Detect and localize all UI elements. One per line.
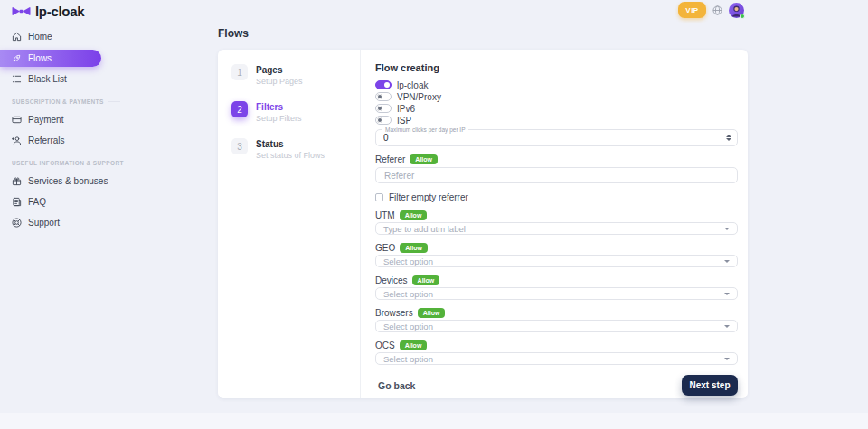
browsers-label: Browsers bbox=[375, 308, 413, 318]
ocs-label: OCS bbox=[375, 340, 395, 350]
referer-input[interactable] bbox=[375, 167, 738, 183]
chevron-down-icon bbox=[724, 325, 730, 328]
sidebar-item-black-list[interactable]: Black List bbox=[0, 71, 101, 87]
browsers-allow-badge[interactable]: Allow bbox=[418, 308, 446, 318]
gift-icon bbox=[12, 176, 22, 186]
ocs-allow-badge[interactable]: Allow bbox=[400, 340, 428, 350]
filter-empty-referrer-label: Filter empty referrer bbox=[389, 192, 468, 202]
devices-label: Devices bbox=[375, 275, 408, 285]
app-header: lp-cloak VIP bbox=[0, 0, 868, 23]
lifebuoy-icon bbox=[12, 218, 22, 228]
home-icon bbox=[12, 32, 22, 42]
utm-label: UTM bbox=[375, 210, 395, 220]
max-clicks-label: Maximum clicks per day per IP bbox=[382, 126, 468, 133]
list-icon bbox=[12, 74, 22, 84]
geo-label: GEO bbox=[375, 243, 395, 253]
faq-document-icon bbox=[12, 197, 22, 207]
sidebar-item-support[interactable]: Support bbox=[0, 215, 101, 230]
sidebar-item-payment[interactable]: Payment bbox=[0, 112, 101, 127]
ocs-select[interactable]: Select option bbox=[375, 352, 738, 365]
browsers-label-row: Browsers Allow bbox=[375, 308, 738, 317]
section-useful-information: USEFUL INFORMATION & SUPPORT bbox=[0, 160, 101, 166]
sidebar-item-home[interactable]: Home bbox=[0, 29, 101, 44]
next-step-button[interactable]: Next step bbox=[682, 375, 738, 396]
page-title: Flows bbox=[218, 27, 748, 40]
step-status[interactable]: 3 Status Set status of Flows bbox=[231, 138, 360, 160]
ocs-label-row: OCS Allow bbox=[375, 340, 738, 350]
main-content: Flows 1 Pages Setup Pages 2 Filters Setu… bbox=[218, 27, 748, 398]
vpn-proxy-toggle[interactable] bbox=[375, 92, 392, 101]
ipv6-toggle[interactable] bbox=[375, 104, 392, 113]
logo: lp-cloak bbox=[12, 4, 84, 19]
filter-empty-referrer-checkbox[interactable] bbox=[375, 193, 383, 201]
step-subtitle: Setup Filters bbox=[256, 114, 302, 123]
referer-label-row: Referer Allow bbox=[375, 154, 738, 163]
toggle-row-ipv6: IPv6 bbox=[375, 104, 738, 113]
online-status-dot bbox=[740, 14, 745, 19]
geo-allow-badge[interactable]: Allow bbox=[400, 243, 428, 253]
chevron-down-icon bbox=[724, 260, 730, 263]
step-title: Filters bbox=[256, 101, 302, 112]
max-clicks-input[interactable] bbox=[376, 133, 724, 143]
filter-empty-referrer-row[interactable]: Filter empty referrer bbox=[375, 192, 738, 202]
devices-select[interactable]: Select option bbox=[375, 287, 738, 300]
toggle-group: lp-cloak VPN/Proxy IPv6 ISP bbox=[375, 80, 738, 125]
logo-text: lp-cloak bbox=[35, 4, 84, 19]
chevron-down-icon bbox=[724, 228, 730, 230]
avatar[interactable] bbox=[729, 3, 744, 18]
sidebar-item-flows[interactable]: Flows bbox=[0, 50, 101, 67]
header-actions: VIP bbox=[678, 2, 744, 18]
step-title: Pages bbox=[256, 64, 303, 75]
flow-creation-card: 1 Pages Setup Pages 2 Filters Setup Filt… bbox=[218, 50, 748, 398]
utm-label-row: UTM Allow bbox=[375, 210, 738, 219]
vip-button[interactable]: VIP bbox=[678, 2, 706, 18]
utm-allow-badge[interactable]: Allow bbox=[400, 210, 428, 220]
steps-panel: 1 Pages Setup Pages 2 Filters Setup Filt… bbox=[218, 50, 361, 398]
toggle-row-isp: ISP bbox=[375, 116, 738, 125]
devices-allow-badge[interactable]: Allow bbox=[412, 275, 440, 285]
browsers-select[interactable]: Select option bbox=[375, 320, 738, 332]
credit-card-icon bbox=[12, 115, 22, 125]
form-title: Flow creating bbox=[375, 62, 738, 73]
referer-label: Referer bbox=[375, 154, 405, 164]
referral-user-icon bbox=[12, 135, 22, 145]
step-subtitle: Set status of Flows bbox=[256, 151, 325, 160]
toggle-row-lp-cloak: lp-cloak bbox=[375, 80, 738, 89]
number-stepper[interactable] bbox=[724, 135, 737, 141]
geo-select[interactable]: Select option bbox=[375, 255, 738, 267]
toggle-row-vpn-proxy: VPN/Proxy bbox=[375, 92, 738, 101]
step-subtitle: Setup Pages bbox=[256, 77, 303, 86]
sidebar: Home Flows Black List SUBSCRIPTION & PAY… bbox=[0, 29, 101, 236]
utm-select[interactable]: Type to add utm label bbox=[375, 222, 738, 235]
step-number: 2 bbox=[231, 101, 248, 117]
section-divider bbox=[108, 101, 120, 102]
step-pages[interactable]: 1 Pages Setup Pages bbox=[231, 64, 360, 86]
chevron-down-icon bbox=[724, 358, 730, 360]
go-back-button[interactable]: Go back bbox=[375, 380, 415, 391]
footer-strip bbox=[0, 413, 868, 429]
geo-label-row: GEO Allow bbox=[375, 243, 738, 252]
lp-cloak-toggle[interactable] bbox=[375, 80, 392, 89]
step-number: 3 bbox=[231, 138, 248, 154]
step-filters[interactable]: 2 Filters Setup Filters bbox=[231, 101, 360, 123]
logo-mask-icon bbox=[12, 5, 31, 17]
language-globe-icon[interactable] bbox=[712, 5, 722, 15]
sidebar-item-referrals[interactable]: Referrals bbox=[0, 133, 101, 148]
step-title: Status bbox=[256, 138, 325, 149]
referer-allow-badge[interactable]: Allow bbox=[410, 154, 438, 164]
max-clicks-field: Maximum clicks per day per IP bbox=[375, 129, 738, 146]
section-divider bbox=[127, 163, 140, 163]
sidebar-item-faq[interactable]: FAQ bbox=[0, 194, 101, 210]
step-number: 1 bbox=[231, 64, 248, 80]
devices-label-row: Devices Allow bbox=[375, 275, 738, 284]
isp-toggle[interactable] bbox=[375, 116, 392, 125]
filters-form: Flow creating lp-cloak VPN/Proxy IPv6 IS… bbox=[361, 50, 748, 398]
chevron-down-icon bbox=[724, 293, 730, 295]
sidebar-item-services-bonuses[interactable]: Services & bonuses bbox=[0, 173, 101, 189]
section-subscription-payments: SUBSCRIPTION & PAYMENTS bbox=[0, 98, 101, 105]
flows-rocket-icon bbox=[12, 53, 22, 63]
form-footer: Go back Next step bbox=[375, 375, 738, 396]
